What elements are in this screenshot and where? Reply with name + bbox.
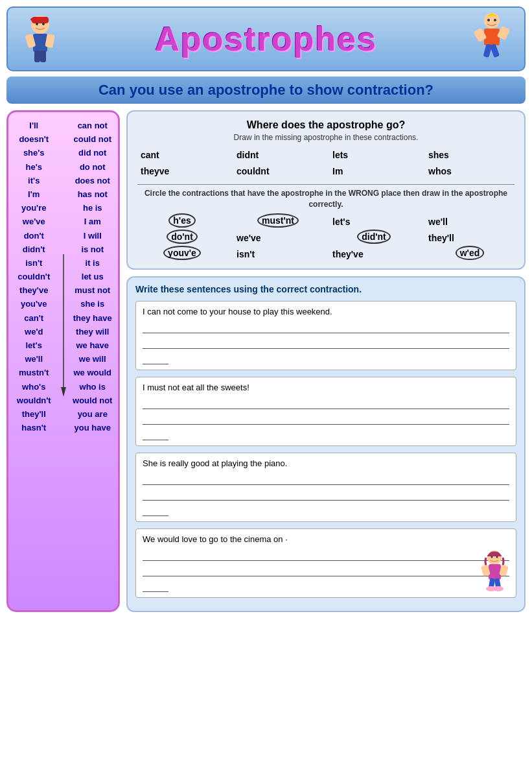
word-didnt: didnt [233,148,323,161]
word-well-correct: we'll [425,215,515,228]
svg-point-29 [491,556,493,558]
list-item: hasn't [21,422,46,434]
list-item: can't [24,313,43,324]
list-item: you are [78,409,108,420]
list-item: they will [76,326,109,338]
write-line [143,337,509,349]
svg-rect-11 [484,29,500,45]
svg-point-16 [487,19,490,21]
list-item: we will [79,353,106,365]
word-didnt-wrong: did'nt [329,231,419,244]
list-item: we've [23,216,45,228]
list-item: can not [78,120,108,132]
divider [137,184,515,185]
word-lets-correct: let's [329,215,419,228]
right-character [466,13,518,65]
sentence-1: I can not come to your house to play thi… [143,307,509,316]
word-couldnt: couldnt [233,165,323,178]
boy-character-right [469,13,515,65]
word-lets: lets [329,148,419,161]
list-item: we'd [25,326,43,338]
list-item: doesn't [19,134,49,145]
list-item: it is [86,257,100,269]
list-item: we have [76,340,109,351]
list-item: they've [19,285,48,296]
word-wed-wrong: w'ed [425,248,515,261]
list-item: must not [75,285,110,296]
svg-marker-20 [61,387,66,397]
left-panel: I'll doesn't she's he's it's I'm you're … [6,110,120,612]
subtitle-bar: Can you use an apostrophe to show contra… [6,77,526,104]
svg-rect-6 [34,51,40,62]
write-line [143,549,509,561]
list-item: who is [80,381,106,393]
write-line-short [143,429,168,440]
missing-apostrophe-grid: cant didnt lets shes theyve couldnt Im w… [137,148,515,178]
svg-point-30 [496,556,498,558]
girl-svg [477,550,513,592]
list-item: let's [26,340,43,351]
list-item: I will [84,230,102,242]
apostrophe-box: Where does the apostrophe go? Draw in th… [126,110,526,270]
list-item: wouldn't [17,395,51,407]
list-item: he is [83,202,102,214]
sentences-box: Write these sentences using the correct … [126,276,526,612]
write-line [143,413,509,425]
list-item: does not [75,175,110,187]
write-line [143,322,509,333]
list-item: has not [78,189,108,200]
list-item: let us [82,271,104,283]
svg-rect-2 [30,18,36,21]
svg-rect-7 [40,51,46,62]
word-dont-wrong: do'nt [137,231,227,244]
svg-rect-15 [490,43,500,58]
svg-point-17 [494,19,496,21]
word-whos: whos [425,165,515,178]
header-bar: Apostrophes [6,6,526,71]
write-line [143,565,509,576]
list-item: you're [21,202,47,214]
matching-arrow [58,248,69,475]
list-item: could not [74,134,112,145]
list-item: isn't [25,257,42,269]
sentences-title: Write these sentences using the correct … [135,284,516,294]
svg-point-28 [493,586,503,591]
list-item: couldn't [17,271,50,283]
list-item: they'll [22,409,46,420]
girl-character [477,550,513,594]
word-cant: cant [137,148,227,161]
word-shes: shes [425,148,515,161]
list-item: he's [26,161,43,173]
write-line [143,473,509,485]
list-item: I am [84,216,101,228]
word-im: Im [329,165,419,178]
sentence-area-2: I must not eat all the sweets! [135,377,516,446]
write-line-short [143,580,168,592]
list-item: mustn't [19,367,49,379]
list-item: I'll [29,120,38,132]
word-hes-wrong: h'es [137,215,227,228]
list-item: we'll [25,353,43,365]
list-item: we would [74,367,112,379]
contractions-col1: I'll doesn't she's he's it's I'm you're … [14,120,54,602]
list-item: they have [73,313,112,324]
word-mustnt-wrong: must'nt [233,215,323,228]
sentence-3: She is really good at playing the piano. [143,458,509,468]
sentence-2: I must not eat all the sweets! [143,383,509,392]
right-section: Where does the apostrophe go? Draw in th… [126,110,526,612]
subtitle-text: Can you use an apostrophe to show contra… [98,82,434,98]
sentence-area-3: She is really good at playing the piano. [135,453,516,522]
boy-character-left [17,13,63,65]
list-item: it's [28,175,40,187]
list-item: would not [73,395,112,407]
list-item: she is [80,298,104,310]
word-weve-correct: we've [233,231,323,244]
contractions-col2: can not could not did not do not does no… [73,120,113,602]
list-item: I'm [28,189,40,200]
page-title: Apostrophes [66,19,466,58]
list-item: don't [24,230,44,242]
sentence-area-1: I can not come to your house to play thi… [135,301,516,370]
word-youve-wrong: youv'e [137,248,227,261]
list-item: do not [80,161,106,173]
arrow-col [58,120,69,602]
